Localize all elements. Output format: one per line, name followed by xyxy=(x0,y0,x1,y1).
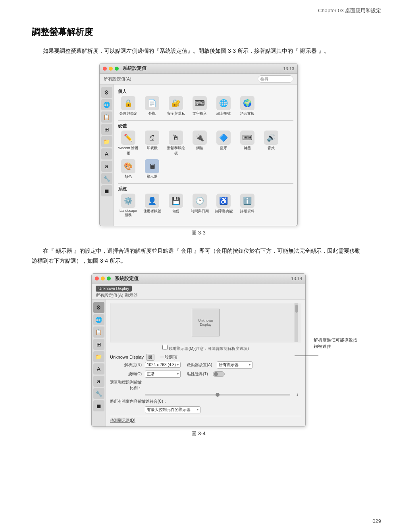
close-dot-2[interactable] xyxy=(95,277,99,280)
divider-1 xyxy=(118,120,293,121)
security-icon: 🔐 xyxy=(169,96,183,110)
sidebar-icon-f5[interactable]: 📁 xyxy=(93,351,104,362)
sidebar-fig34: ⚙ 🌐 📋 ⊞ 📁 A a 🔧 ◼ xyxy=(92,300,106,426)
sidebar-icon-f4[interactable]: ⊞ xyxy=(93,339,104,350)
icon-text-input[interactable]: ⌨ 文字輸入 xyxy=(189,96,210,116)
icon-network[interactable]: 🔌 網路 xyxy=(189,131,210,156)
driver-select[interactable]: 所有顯示器 ▾ xyxy=(217,361,252,369)
online-accounts-icon: 🌐 xyxy=(216,96,231,110)
section-system-label: 系統 xyxy=(118,186,293,192)
icon-datetime[interactable]: 🕒 時間與日期 xyxy=(189,194,210,218)
scale-label: 選單和標題列縮放比例： xyxy=(110,380,142,391)
icon-bluetooth[interactable]: 🔷 藍牙 xyxy=(213,131,234,156)
general-section-label: 一般選項 xyxy=(160,354,177,360)
divider-2 xyxy=(118,183,293,184)
icon-wacom[interactable]: ✏️ Wacom 繪圖板 xyxy=(118,131,139,156)
scale-value: 1 xyxy=(293,393,301,397)
sidebar-icon-f3[interactable]: 📋 xyxy=(93,326,104,338)
sidebar-icon-3[interactable]: 📋 xyxy=(101,111,112,123)
contain-dropdown-arrow: ▾ xyxy=(197,408,198,411)
sidebar-icon-5[interactable]: 📁 xyxy=(101,136,112,147)
arrangement-toggle[interactable]: 開 xyxy=(146,354,154,361)
toolbar-fig34: Unknown Display 所有設定值(A) 顯示器 xyxy=(92,284,305,300)
mirror-checkbox[interactable] xyxy=(162,345,168,350)
color-icon: 🎨 xyxy=(121,159,135,173)
icon-language[interactable]: 🌍 語言支援 xyxy=(237,96,258,116)
sidebar-icon-active[interactable]: ⚙ xyxy=(93,302,104,313)
body-text-1: 如果要調整螢幕解析度，可以點選左側邊欄的『系統設定值』。開啟後如圖 3-3 所示… xyxy=(32,46,365,56)
icon-display[interactable]: 🖥 顯示器 xyxy=(142,159,162,179)
time-fig34: 13:14 xyxy=(291,276,302,281)
brightness-icon: 🔒 xyxy=(121,96,135,110)
fig33-caption: 圖 3-3 xyxy=(32,229,365,236)
window-body-fig33: ⚙ 🌐 📋 ⊞ 📁 A a 🔧 ◼ 個人 🔒 xyxy=(100,85,297,226)
sidebar-icon-6[interactable]: A xyxy=(101,148,112,159)
sidebar-icon-8[interactable]: 🔧 xyxy=(101,173,112,184)
section-hardware-label: 硬體 xyxy=(118,123,293,129)
display-preview-area: Unknown Display xyxy=(110,303,301,342)
contain-select[interactable]: 有最大控制元件的顯示器 ▾ xyxy=(145,406,200,413)
search-input-fig33[interactable] xyxy=(258,75,293,83)
sidebar-icon-2[interactable]: 🌐 xyxy=(101,99,112,110)
sidebar-icon-4[interactable]: ⊞ xyxy=(101,124,112,135)
icon-sound[interactable]: 🔊 音效 xyxy=(261,131,281,156)
maximize-dot-2[interactable] xyxy=(107,277,111,280)
sidebar-icon-f6[interactable]: A xyxy=(93,363,104,375)
section-personal-label: 個人 xyxy=(118,88,293,94)
unknown-display-badge: Unknown Display xyxy=(96,286,132,292)
sidebar-icon-7[interactable]: a xyxy=(101,161,112,172)
keyboard-icon: ⌨ xyxy=(240,131,254,145)
scale-slider[interactable] xyxy=(145,394,290,396)
sidebar-icon-9[interactable]: ◼ xyxy=(101,185,112,196)
minimize-dot-2[interactable] xyxy=(101,277,105,280)
resolution-dropdown-arrow: ▾ xyxy=(177,363,179,367)
icon-keyboard[interactable]: ⌨ 鍵盤 xyxy=(237,131,258,156)
close-dot[interactable] xyxy=(103,67,107,71)
sidebar-icon-f7[interactable]: a xyxy=(93,376,104,387)
callout-arrow-icon xyxy=(295,352,318,360)
display-icon: 🖥 xyxy=(145,159,159,173)
mouse-icon: 🖱 xyxy=(169,131,183,145)
mirror-label: 鏡射顯示器(M)(注意：可能會限制解析度選項) xyxy=(169,346,249,351)
sys-settings-icon: ⚙️ xyxy=(121,194,135,208)
driver-label: 啟動器放置(A) xyxy=(187,362,212,368)
scale-row: 選單和標題列縮放比例： xyxy=(110,380,301,391)
resolution-select[interactable]: 1024 x 768 (4:3) ▾ xyxy=(145,362,181,368)
sidebar-icon-f8[interactable]: 🔧 xyxy=(93,388,104,399)
icon-accessibility[interactable]: ♿ 無障礙功能 xyxy=(213,194,234,218)
detect-displays-button[interactable]: 偵測顯示器(D) xyxy=(110,418,135,423)
rotation-select[interactable]: 正常 ▾ xyxy=(145,371,181,378)
sidebar-icon-f2[interactable]: 🌐 xyxy=(93,314,104,325)
display-preview-label: Unknown Display xyxy=(192,319,219,326)
language-icon: 🌍 xyxy=(240,96,254,110)
sticky-toggle[interactable] xyxy=(213,371,225,377)
icon-mouse[interactable]: 🖱 滑鼠和觸控板 xyxy=(166,131,186,156)
maximize-dot[interactable] xyxy=(115,67,119,71)
icon-details[interactable]: ℹ️ 詳細資料 xyxy=(237,194,258,218)
icon-backup[interactable]: 💾 備份 xyxy=(166,194,186,218)
minimize-dot[interactable] xyxy=(109,67,113,71)
bluetooth-icon: 🔷 xyxy=(216,131,231,145)
datetime-icon: 🕒 xyxy=(193,194,207,208)
system-icon-grid: ⚙️ Landscape 服務 👤 使用者帳號 💾 備份 🕒 xyxy=(118,194,293,218)
printer-icon: 🖨 xyxy=(145,131,159,145)
note-callout: 解析度過低可能導致按鈕被遮住 xyxy=(314,337,357,350)
resolution-label: 解析度(R) xyxy=(110,362,142,368)
slider-thumb xyxy=(216,393,220,397)
fig34-caption: 圖 3-4 xyxy=(32,430,365,437)
appearance-icon: 📄 xyxy=(145,96,159,110)
titlebar-fig34: 系統設定值 13:14 xyxy=(92,274,305,284)
icon-security[interactable]: 🔐 安全與隱私 xyxy=(166,96,186,116)
icon-user-accounts[interactable]: 👤 使用者帳號 xyxy=(142,194,162,218)
sidebar-icon-f9[interactable]: ◼ xyxy=(93,400,104,411)
preview-scrollbar xyxy=(295,303,298,342)
icon-online-accounts[interactable]: 🌐 線上帳號 xyxy=(213,96,234,116)
icon-brightness[interactable]: 🔒 亮度與鎖定 xyxy=(118,96,139,116)
sidebar-icon-1[interactable]: ⚙ xyxy=(101,87,112,98)
icon-appearance[interactable]: 📄 外觀 xyxy=(142,96,162,116)
icon-sys-settings[interactable]: ⚙️ Landscape 服務 xyxy=(118,194,139,218)
titlebar-fig33: 系統設定值 13:13 xyxy=(100,63,297,74)
driver-dropdown-arrow: ▾ xyxy=(249,363,251,367)
icon-printer[interactable]: 🖨 印表機 xyxy=(142,131,162,156)
icon-color[interactable]: 🎨 顏色 xyxy=(118,159,139,179)
